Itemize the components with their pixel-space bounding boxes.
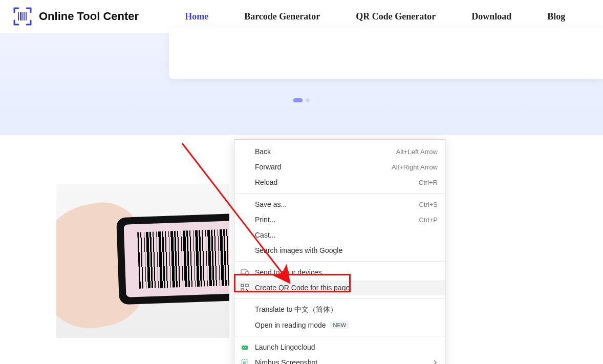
ctx-label: Reload: [255, 178, 277, 186]
ctx-cast[interactable]: Cast...: [234, 227, 445, 243]
ctx-label: Save as...: [255, 200, 287, 208]
ctx-label: Launch Lingocloud: [255, 343, 315, 351]
logo[interactable]: Online Tool Center: [12, 6, 139, 27]
site-title: Online Tool Center: [39, 10, 139, 23]
chevron-right-icon: [433, 358, 438, 364]
ctx-print[interactable]: Print... Ctrl+P: [234, 212, 445, 227]
ctx-label: Translate to 中文（简体）: [255, 305, 337, 314]
ctx-shortcut: Alt+Left Arrow: [396, 148, 438, 156]
ctx-back[interactable]: Back Alt+Left Arrow: [234, 144, 445, 159]
ctx-translate[interactable]: Translate to 中文（简体）: [234, 302, 445, 317]
ctx-label: Search images with Google: [255, 246, 342, 254]
ctx-label: Forward: [255, 163, 281, 171]
ctx-separator: [234, 298, 445, 299]
barcode-graphic: [137, 228, 229, 289]
ctx-save-as[interactable]: Save as... Ctrl+S: [234, 197, 445, 212]
svg-rect-9: [241, 289, 244, 291]
ctx-label: Send to your devices: [255, 268, 322, 276]
ctx-label: Cast...: [255, 231, 275, 239]
svg-rect-8: [246, 284, 248, 287]
new-badge: NEW: [330, 322, 350, 329]
ctx-label: Print...: [255, 216, 275, 224]
ctx-create-qr-code[interactable]: Create QR Code for this page: [234, 280, 445, 295]
carousel-dot[interactable]: [306, 98, 310, 102]
svg-rect-12: [242, 346, 248, 350]
ctx-reading-mode[interactable]: Open in reading mode NEW: [234, 317, 445, 333]
ctx-launch-lingocloud[interactable]: Launch Lingocloud: [234, 339, 445, 355]
ctx-shortcut: Ctrl+S: [419, 201, 438, 208]
nav-download[interactable]: Download: [471, 11, 511, 22]
ctx-label: Open in reading mode: [255, 321, 326, 329]
ctx-separator: [234, 193, 445, 194]
nav-blog[interactable]: Blog: [547, 11, 565, 22]
barcode-logo-icon: [12, 6, 33, 27]
nav-home[interactable]: Home: [185, 11, 208, 22]
barcode-phone-image: [56, 184, 229, 338]
ctx-shortcut: Ctrl+R: [419, 179, 438, 186]
hero-section: [0, 33, 603, 135]
nav-barcode-generator[interactable]: Barcode Generator: [244, 11, 320, 22]
ctx-separator: [234, 261, 445, 262]
context-menu: Back Alt+Left Arrow Forward Alt+Right Ar…: [234, 139, 445, 364]
svg-rect-7: [241, 284, 244, 287]
devices-icon: [241, 268, 249, 276]
carousel-dots: [293, 98, 310, 102]
svg-rect-6: [246, 271, 248, 275]
nav-qr-code-generator[interactable]: QR Code Generator: [356, 11, 436, 22]
ctx-reload[interactable]: Reload Ctrl+R: [234, 175, 445, 190]
lingocloud-icon: [241, 343, 249, 351]
ctx-label: Create QR Code for this page: [255, 284, 350, 292]
qr-code-icon: [241, 284, 249, 292]
ctx-label: Back: [255, 147, 271, 156]
main-nav: Home Barcode Generator QR Code Generator…: [185, 11, 565, 22]
carousel-dot-active[interactable]: [293, 98, 303, 102]
svg-rect-10: [246, 289, 247, 290]
ctx-shortcut: Alt+Right Arrow: [392, 163, 438, 171]
ctx-shortcut: Ctrl+P: [419, 216, 438, 224]
ctx-label: Nimbus Screenshot: [255, 358, 317, 364]
ctx-forward[interactable]: Forward Alt+Right Arrow: [234, 159, 445, 175]
ctx-nimbus-screenshot[interactable]: N Nimbus Screenshot: [234, 355, 445, 364]
nimbus-icon: N: [241, 358, 249, 364]
svg-text:N: N: [243, 360, 247, 364]
svg-point-13: [243, 347, 244, 348]
ctx-send-to-devices[interactable]: Send to your devices: [234, 265, 445, 280]
ctx-separator: [234, 336, 445, 336]
ctx-search-images[interactable]: Search images with Google: [234, 243, 445, 258]
hero-card: [169, 28, 603, 79]
svg-rect-11: [247, 290, 248, 291]
svg-point-14: [245, 347, 246, 348]
